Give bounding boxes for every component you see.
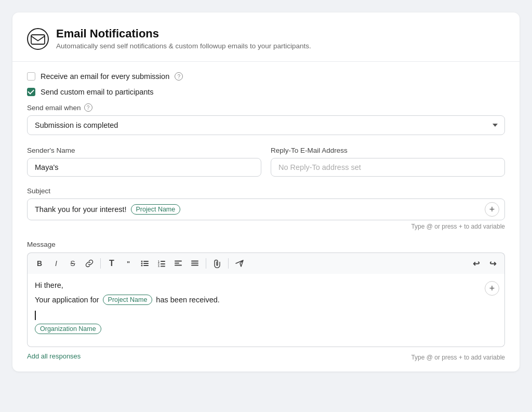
sender-name-input[interactable] [27, 158, 261, 177]
text-cursor [35, 311, 36, 320]
svg-rect-3 [143, 261, 149, 262]
bold-button[interactable]: B [32, 256, 47, 271]
redo-button[interactable]: ↪ [485, 256, 500, 271]
undo-button[interactable]: ↩ [468, 256, 484, 271]
email-icon [27, 28, 49, 50]
subject-text: Thank you for your interest! [35, 205, 127, 214]
page-title: Email Notifications [56, 27, 311, 41]
subject-variable-tag[interactable]: Project Name [131, 204, 181, 215]
undo-redo-group: ↩ ↪ [468, 256, 500, 271]
bullet-list-button[interactable] [137, 256, 153, 271]
reply-to-input[interactable] [271, 158, 505, 177]
toolbar-divider-2 [206, 258, 206, 269]
message-footer: Add all responses Type @ or press + to a… [27, 351, 505, 361]
email-notifications-card: Email Notifications Automatically send s… [12, 12, 520, 371]
custom-email-row: Send custom email to participants [27, 88, 505, 96]
every-submission-row: Receive an email for every submission ? [27, 72, 505, 81]
svg-rect-1 [31, 35, 45, 44]
svg-rect-9 [161, 261, 165, 262]
page-subtitle: Automatically send self notifications & … [56, 42, 311, 50]
reply-to-label: Reply-To E-Mail Address [271, 147, 505, 154]
page-header: Email Notifications Automatically send s… [27, 27, 505, 50]
sender-name-label: Sender's Name [27, 147, 261, 154]
heading-button[interactable]: T [104, 256, 119, 271]
message-line-2: Your application for Project Name has be… [35, 295, 497, 305]
message-toolbar: B I S T " 1.2.3. [27, 252, 505, 274]
every-submission-help-icon[interactable]: ? [175, 72, 183, 81]
attachment-button[interactable] [209, 256, 225, 271]
send-when-select[interactable]: Submission is completed Submission is st… [27, 115, 505, 135]
subject-section: Subject Thank you for your interest! Pro… [27, 187, 505, 230]
link-button[interactable] [82, 256, 97, 271]
message-add-variable-button[interactable]: + [485, 281, 499, 296]
every-submission-label[interactable]: Receive an email for every submission [41, 72, 169, 81]
message-line-1: Hi there, [35, 281, 497, 289]
svg-point-4 [141, 263, 143, 264]
svg-point-2 [141, 261, 143, 262]
sender-reply-row: Sender's Name Reply-To E-Mail Address [27, 147, 505, 177]
header-text: Email Notifications Automatically send s… [56, 27, 311, 50]
message-label: Message [27, 241, 505, 248]
ordered-list-button[interactable]: 1.2.3. [154, 256, 169, 271]
blockquote-button[interactable]: " [121, 256, 136, 271]
add-all-responses-link[interactable]: Add all responses [27, 352, 81, 360]
message-line-3: Organization Name [35, 324, 497, 334]
svg-rect-15 [175, 263, 179, 264]
svg-rect-0 [28, 29, 48, 49]
toolbar-divider-1 [100, 258, 101, 269]
send-when-label: Send email when ? [27, 103, 505, 112]
strikethrough-button[interactable]: S [65, 256, 81, 271]
svg-rect-7 [143, 265, 149, 266]
subject-input-wrapper[interactable]: Thank you for your interest! Project Nam… [27, 198, 505, 220]
custom-email-label[interactable]: Send custom email to participants [41, 88, 154, 96]
subject-label: Subject [27, 187, 505, 195]
message-cursor-line [35, 310, 497, 321]
svg-point-6 [141, 265, 143, 267]
message-org-name-tag[interactable]: Organization Name [35, 324, 101, 334]
svg-rect-18 [191, 263, 198, 264]
send-message-button[interactable] [232, 256, 247, 271]
message-project-name-tag[interactable]: Project Name [103, 295, 153, 305]
sender-name-group: Sender's Name [27, 147, 261, 177]
message-body[interactable]: + Hi there, Your application for Project… [27, 274, 505, 347]
message-section: Message B I S T " 1.2.3. [27, 241, 505, 361]
reply-to-group: Reply-To E-Mail Address [271, 147, 505, 177]
message-hint: Type @ or press + to add variable [411, 354, 505, 361]
subject-hint: Type @ or press + to add variable [27, 223, 505, 230]
align-justify-button[interactable] [187, 256, 203, 271]
toolbar-divider-3 [228, 258, 229, 269]
subject-add-variable-button[interactable]: + [485, 202, 499, 217]
svg-rect-16 [175, 265, 182, 266]
align-left-button[interactable] [170, 256, 186, 271]
svg-rect-14 [175, 261, 182, 262]
send-when-select-wrapper: Submission is completed Submission is st… [27, 115, 505, 135]
custom-email-checkbox[interactable] [27, 88, 35, 96]
svg-rect-13 [161, 266, 165, 267]
send-when-help-icon[interactable]: ? [84, 103, 92, 112]
section-divider [12, 61, 520, 62]
send-when-section: Send email when ? Submission is complete… [27, 103, 505, 135]
svg-rect-11 [161, 263, 165, 264]
italic-button[interactable]: I [48, 256, 64, 271]
svg-rect-17 [191, 261, 198, 262]
every-submission-checkbox[interactable] [27, 72, 35, 81]
svg-rect-19 [191, 265, 198, 266]
svg-text:3.: 3. [158, 265, 160, 268]
svg-rect-5 [143, 263, 149, 264]
